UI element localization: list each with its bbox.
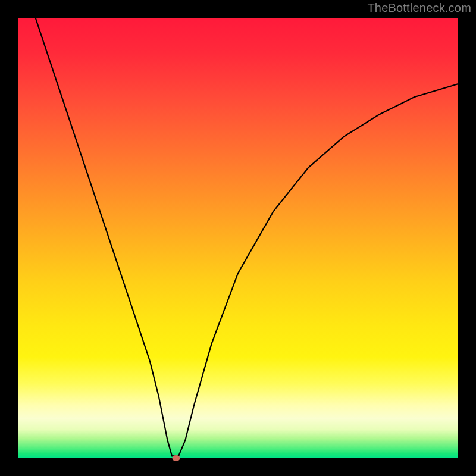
chart-frame: TheBottleneck.com <box>0 0 476 476</box>
bottleneck-curve <box>36 18 458 456</box>
curve-svg <box>18 18 458 458</box>
plot-area <box>18 18 458 458</box>
watermark-text: TheBottleneck.com <box>367 1 471 15</box>
marker-point <box>173 455 180 461</box>
